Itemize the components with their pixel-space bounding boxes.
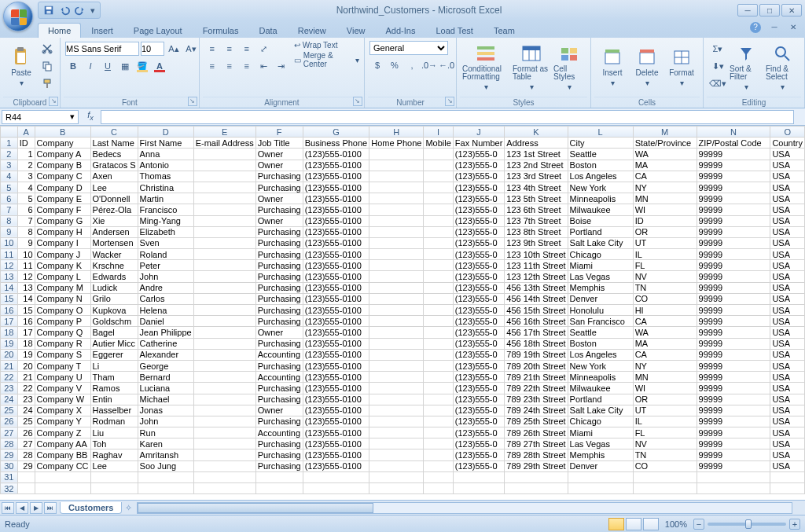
cut-button[interactable] [39, 41, 55, 57]
cell[interactable]: Goldschm [90, 316, 138, 327]
cell[interactable] [424, 249, 453, 260]
cell[interactable]: Purchasing [255, 416, 303, 427]
cell[interactable] [193, 237, 255, 248]
view-page-break-button[interactable] [643, 518, 659, 530]
cell[interactable] [369, 237, 424, 248]
cell[interactable]: 99999 [697, 327, 770, 338]
cell[interactable] [193, 349, 255, 360]
cell[interactable]: Miami [568, 427, 633, 438]
cell[interactable]: NV [633, 271, 697, 282]
row-header[interactable]: 18 [1, 327, 18, 338]
row-header[interactable]: 27 [1, 427, 18, 438]
cell[interactable]: (123)555-0100 [303, 171, 369, 182]
cell[interactable]: George [138, 360, 193, 371]
cell[interactable]: NY [633, 360, 697, 371]
align-left-button[interactable]: ≡ [204, 58, 220, 74]
paste-button[interactable]: Paste ▾ [5, 41, 38, 93]
cell[interactable]: Owner [255, 327, 303, 338]
cell[interactable]: UT [633, 405, 697, 416]
row-header[interactable]: 4 [1, 171, 18, 182]
cell[interactable]: Luciana [138, 383, 193, 394]
cell[interactable]: 789 24th Street [505, 405, 568, 416]
cell[interactable]: Purchasing [255, 204, 303, 215]
cell[interactable]: (123)555-0 [453, 316, 505, 327]
cell[interactable]: Memphis [568, 282, 633, 293]
cell[interactable] [424, 338, 453, 349]
cell[interactable]: 789 23th Street [505, 394, 568, 405]
save-icon[interactable] [43, 5, 54, 16]
cell[interactable]: Miami [568, 260, 633, 271]
clear-button[interactable]: ⌫▾ [708, 75, 727, 91]
cell[interactable]: Gratacos S [90, 160, 138, 171]
cell[interactable]: City [568, 138, 633, 149]
row-header[interactable]: 28 [1, 438, 18, 449]
column-header[interactable]: D [138, 127, 193, 138]
cell[interactable] [369, 215, 424, 226]
cell[interactable] [369, 327, 424, 338]
cell[interactable]: CO [633, 460, 697, 471]
cell[interactable]: Francisco [138, 204, 193, 215]
cell[interactable] [369, 449, 424, 460]
cell[interactable]: Purchasing [255, 305, 303, 316]
insert-cells-button[interactable]: Insert▾ [596, 41, 629, 93]
cell[interactable]: 789 25th Street [505, 416, 568, 427]
decrease-decimal-button[interactable]: ←.0 [439, 57, 454, 73]
cell[interactable] [424, 438, 453, 449]
cell[interactable]: Company Q [35, 327, 90, 338]
cell[interactable]: USA [770, 226, 805, 237]
cell[interactable] [193, 215, 255, 226]
cell[interactable] [193, 372, 255, 383]
cell[interactable] [770, 483, 805, 494]
cell[interactable]: USA [770, 182, 805, 193]
cell[interactable]: Milwaukee [568, 204, 633, 215]
cell[interactable]: Lee [90, 182, 138, 193]
cell[interactable] [193, 193, 255, 204]
cell[interactable]: 26 [17, 427, 35, 438]
cell[interactable]: Raghav [90, 449, 138, 460]
cell[interactable] [369, 149, 424, 160]
cell[interactable] [193, 394, 255, 405]
cell[interactable]: Minneapolis [568, 193, 633, 204]
cell[interactable] [369, 204, 424, 215]
cell[interactable]: (123)555-0 [453, 260, 505, 271]
cell[interactable]: 99999 [697, 193, 770, 204]
cell[interactable]: 99999 [697, 360, 770, 371]
cell[interactable]: (123)555-0 [453, 182, 505, 193]
cell[interactable]: USA [770, 349, 805, 360]
cell[interactable]: Martin [138, 193, 193, 204]
cell[interactable] [193, 226, 255, 237]
wrap-text-button[interactable]: ↩Wrap Text [294, 41, 359, 50]
cell[interactable]: 99999 [697, 305, 770, 316]
cell[interactable]: (123)555-0 [453, 460, 505, 471]
cell[interactable]: Company S [35, 349, 90, 360]
zoom-in-button[interactable]: + [789, 519, 800, 530]
cell[interactable]: Accounting [255, 349, 303, 360]
cell[interactable]: Amritansh [138, 449, 193, 460]
cell[interactable]: Andre [138, 282, 193, 293]
cell[interactable]: (123)555-0100 [303, 204, 369, 215]
cell[interactable]: USA [770, 372, 805, 383]
cell[interactable]: 99999 [697, 271, 770, 282]
cell[interactable]: WA [633, 149, 697, 160]
cell[interactable]: (123)555-0 [453, 427, 505, 438]
cell[interactable]: (123)555-0 [453, 416, 505, 427]
cell[interactable]: 12 [17, 271, 35, 282]
cell[interactable] [17, 471, 35, 482]
cell[interactable]: Country [770, 138, 805, 149]
cell[interactable]: 99999 [697, 383, 770, 394]
cell[interactable]: (123)555-0 [453, 193, 505, 204]
cell[interactable] [193, 483, 255, 494]
minimize-button[interactable]: ─ [737, 4, 758, 17]
cell[interactable]: 99999 [697, 449, 770, 460]
cell[interactable]: 4 [17, 182, 35, 193]
cell[interactable]: Company AA [35, 438, 90, 449]
cell[interactable]: USA [770, 316, 805, 327]
cell[interactable]: Edwards [90, 271, 138, 282]
cell[interactable]: Andersen [90, 226, 138, 237]
cell[interactable]: (123)555-0 [453, 249, 505, 260]
cell[interactable] [424, 293, 453, 304]
column-header[interactable]: L [568, 127, 633, 138]
cell[interactable]: First Name [138, 138, 193, 149]
cell[interactable] [138, 483, 193, 494]
cell[interactable]: WI [633, 204, 697, 215]
